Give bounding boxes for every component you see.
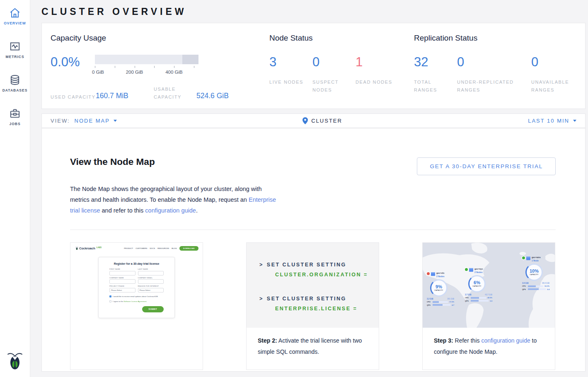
sidebar-item-label: METRICS — [5, 55, 24, 59]
node-count: 2 Nodes — [436, 275, 444, 278]
company-name-input[interactable] — [109, 279, 136, 284]
sidebar-item-jobs[interactable]: JOBS — [0, 107, 30, 141]
capacity-gauge: 9% CAPACITY — [430, 279, 448, 297]
cockroachdb-logo — [75, 247, 78, 250]
sql-command: >SET CLUSTER SETTING CLUSTER.ORGANIZATIO… — [259, 262, 379, 278]
usable-capacity-label: USABLE CAPACITY — [154, 85, 196, 101]
live-nodes-label: LIVE NODES — [269, 78, 307, 86]
sql-commands-panel: >SET CLUSTER SETTING CLUSTER.ORGANIZATIO… — [247, 243, 379, 328]
company-email-input[interactable] — [138, 279, 164, 284]
software-license-agreement-link[interactable]: Software License Agreement. — [124, 300, 147, 302]
capacity-usage-section: Capacity Usage 0.0% — [51, 34, 269, 109]
sql-keyword: SET CLUSTER SETTING — [267, 262, 346, 268]
database-icon — [9, 74, 21, 86]
sidebar-item-metrics[interactable]: METRICS — [0, 40, 30, 74]
download-button[interactable]: DOWNLOAD — [179, 246, 198, 251]
capacity-gauge: 10% CAPACITY — [525, 263, 543, 281]
reason-for-interest-select[interactable]: Please Select — [138, 288, 164, 292]
nav-link-blog[interactable]: BLOG — [172, 247, 177, 249]
sidebar-item-label: OVERVIEW — [4, 21, 26, 25]
sql-setting: ENTERPRISE.LICENSE = — [275, 306, 379, 312]
total-ranges-stat: 32 TOTAL RANGES — [414, 54, 457, 94]
configuration-guide-link[interactable]: configuration guide — [145, 207, 196, 214]
node-status-dot — [522, 256, 525, 259]
capacity-axis-labels: 0 GiB 200 GiB 400 GiB — [95, 70, 198, 75]
locality-name: geo=nyc — [474, 268, 483, 270]
briefcase-icon — [9, 107, 21, 120]
locality-name: geo=sfo — [436, 272, 444, 274]
node-status-section: Node Status 3 LIVE NODES 0 SUSPECT NODES… — [269, 34, 414, 109]
logo-suffix: LABS — [97, 247, 102, 249]
node-status-dot — [427, 272, 430, 275]
capacity-axis-ticks — [95, 66, 198, 68]
used-capacity-value: 160.7 MiB — [96, 92, 154, 101]
node-cube-icon — [526, 256, 530, 260]
cockroachdb-logo — [7, 351, 23, 371]
field-label: LAST NAME — [138, 268, 164, 270]
field-label: REASON FOR INTEREST — [138, 285, 164, 287]
suspect-nodes-value: 0 — [312, 56, 356, 68]
sidebar-item-label: JOBS — [9, 122, 20, 126]
first-name-input[interactable] — [109, 271, 136, 276]
sql-prompt: > — [259, 296, 264, 302]
nav-link-docs[interactable]: DOCS — [150, 247, 155, 249]
nav-link-product[interactable]: PRODUCT — [124, 247, 133, 249]
cockroach-labs-logo: Cockroach LABS — [75, 247, 102, 250]
node-map-description: The Node Map shows the geographical layo… — [70, 184, 279, 216]
live-nodes-value: 3 — [269, 56, 312, 68]
view-selector-dropdown[interactable]: NODE MAP — [75, 118, 117, 124]
sidebar-item-databases[interactable]: DATABASES — [0, 74, 30, 107]
trial-site-screenshot: Cockroach LABS PRODUCT CUSTOMERS DOCS RE… — [70, 243, 203, 370]
last-name-input[interactable] — [138, 271, 164, 276]
email-updates-checkbox[interactable] — [109, 295, 111, 297]
configuration-guide-link[interactable]: configuration guide — [481, 337, 530, 344]
time-range-dropdown[interactable]: LAST 10 MIN — [528, 118, 576, 124]
total-ranges-value: 32 — [414, 56, 457, 68]
replication-status-title: Replication Status — [414, 34, 585, 43]
field-label: PROJECT PHASE — [109, 285, 136, 287]
capacity-percent: 0.0% — [51, 56, 95, 75]
usable-capacity-value: 524.6 GiB — [196, 92, 229, 101]
sidebar: OVERVIEW METRICS DATABASES JOBS — [0, 0, 30, 377]
cluster-label: CLUSTER — [311, 118, 342, 124]
step-2-caption: Step 2: Activate the trial license with … — [247, 328, 379, 357]
used-capacity-label: USED CAPACITY — [51, 93, 96, 101]
field-label: FIRST NAME — [109, 268, 136, 270]
axis-label: 0 GiB — [92, 70, 104, 75]
nav-link-customers[interactable]: CUSTOMERS — [136, 247, 147, 249]
capacity-usage-title: Capacity Usage — [51, 34, 269, 43]
license-agreement-label: I agree to the Software License Agreemen… — [113, 300, 147, 302]
locality-name: geo=ams — [532, 256, 541, 259]
map-node-sfo: geo=sfo 2 Nodes 9% CAPACITY 3.2 GiB351 G… — [427, 272, 460, 306]
step-3-caption: Step 3: Refer this configuration guide t… — [423, 328, 555, 357]
live-nodes-stat: 3 LIVE NODES — [269, 54, 312, 94]
enterprise-trial-button[interactable]: GET A 30-DAY ENTERPRISE TRIAL — [417, 157, 556, 175]
capacity-bar-chart: 0 GiB 200 GiB 400 GiB — [95, 55, 198, 75]
nav-link-resources[interactable]: RESOURCES — [157, 247, 169, 249]
node-map-panel: View the Node Map GET A 30-DAY ENTERPRIS… — [41, 128, 586, 372]
suspect-nodes-stat: 0 SUSPECT NODES — [312, 54, 356, 94]
view-selector-value: NODE MAP — [75, 118, 110, 124]
content-area: CLUSTER OVERVIEW Capacity Usage 0.0% — [30, 0, 588, 377]
under-replicated-value: 0 — [457, 56, 531, 68]
dead-nodes-value: 1 — [356, 56, 399, 68]
form-title: Register for a 30-day trial license — [109, 262, 164, 265]
divider — [70, 230, 556, 230]
step-3-card: geo=sfo 2 Nodes 9% CAPACITY 3.2 GiB351 G… — [422, 242, 555, 370]
project-phase-select[interactable]: Please Select — [109, 288, 136, 292]
unavailable-ranges-label: UNAVAILABLE RANGES — [531, 78, 569, 94]
sidebar-item-overview[interactable]: OVERVIEW — [0, 7, 30, 40]
submit-button[interactable]: SUBMIT — [142, 306, 164, 312]
node-count: 2 Nodes — [474, 271, 483, 273]
under-replicated-ranges-stat: 0 UNDER-REPLICATED RANGES — [457, 54, 531, 94]
capacity-bar-used-segment — [182, 55, 198, 64]
license-agreement-checkbox[interactable] — [109, 300, 111, 302]
unavailable-ranges-stat: 0 UNAVAILABLE RANGES — [531, 54, 585, 94]
field-label: COMPANY NAME — [109, 277, 136, 279]
chevron-down-icon — [114, 120, 117, 122]
sql-command: >SET CLUSTER SETTING ENTERPRISE.LICENSE … — [259, 296, 379, 312]
cluster-summary-card: Capacity Usage 0.0% — [41, 23, 586, 109]
time-range-value: LAST 10 MIN — [528, 118, 569, 124]
node-cube-icon — [469, 268, 473, 272]
node-cube-icon — [431, 272, 435, 276]
